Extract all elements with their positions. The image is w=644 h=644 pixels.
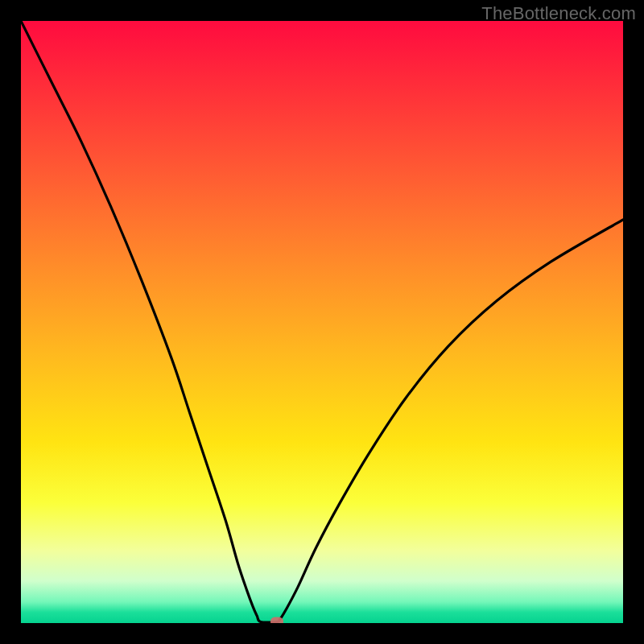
watermark-text: TheBottleneck.com: [481, 3, 636, 24]
optimal-point-marker: [270, 617, 283, 623]
plot-area: [21, 21, 623, 623]
bottleneck-curve: [21, 21, 623, 623]
chart-frame: TheBottleneck.com: [0, 0, 644, 644]
